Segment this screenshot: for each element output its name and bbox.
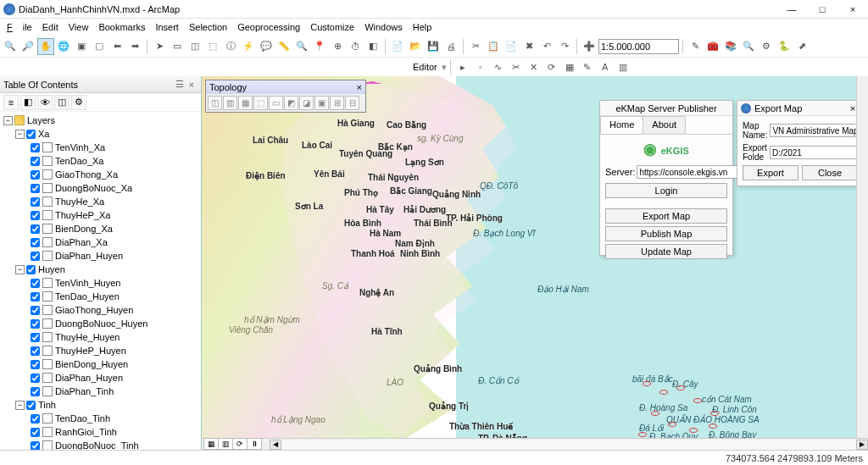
login-button[interactable]: Login	[605, 183, 727, 198]
topology-btn[interactable]: ◩	[284, 96, 298, 110]
menu-geoprocessing[interactable]: Geoprocessing	[232, 20, 305, 34]
topology-btn[interactable]: ⊟	[345, 96, 359, 110]
add-data-icon[interactable]: ➕	[581, 38, 598, 55]
scroll-left-icon[interactable]: ◀	[270, 440, 281, 450]
delete-icon[interactable]: ✖	[520, 38, 537, 55]
rotate-icon[interactable]: ⟳	[543, 58, 560, 75]
layer-checkbox[interactable]	[31, 333, 40, 342]
goto-xy-icon[interactable]: ⊕	[329, 38, 346, 55]
layer-checkbox[interactable]	[31, 238, 40, 247]
layers-root[interactable]: Layers	[27, 115, 55, 125]
redo-icon[interactable]: ↷	[556, 38, 573, 55]
menu-customize[interactable]: Customize	[305, 20, 359, 34]
expand-icon[interactable]: −	[15, 130, 25, 139]
layer-item[interactable]: BienDong_Huyen	[55, 359, 128, 369]
layer-checkbox[interactable]	[31, 211, 40, 220]
open-icon[interactable]: 📂	[407, 38, 424, 55]
layout-view-tab[interactable]: ▥	[218, 438, 233, 450]
layer-item[interactable]: GiaoThong_Huyen	[55, 305, 133, 315]
select-elements-icon[interactable]: ⬚	[204, 38, 221, 55]
layer-item[interactable]: GiaoThong_Xa	[55, 169, 118, 180]
layer-group[interactable]: Xa	[38, 129, 49, 139]
menu-insert[interactable]: Insert	[150, 20, 184, 34]
topology-btn[interactable]: ▥	[223, 96, 237, 110]
layer-item[interactable]: TenVinh_Huyen	[55, 278, 120, 288]
refresh-view-icon[interactable]: ⟳	[232, 438, 248, 450]
measure-icon[interactable]: 📏	[275, 38, 292, 55]
layer-checkbox[interactable]	[31, 224, 40, 234]
layer-checkbox[interactable]	[31, 252, 40, 261]
update-map-button[interactable]: Update Map	[605, 244, 727, 259]
pan-icon[interactable]: ✋	[37, 38, 54, 55]
menu-edit[interactable]: Edit	[37, 20, 64, 34]
layer-checkbox[interactable]	[31, 306, 40, 315]
maximize-button[interactable]: □	[810, 2, 834, 17]
layer-checkbox[interactable]	[31, 292, 40, 302]
layer-item[interactable]: ThuyHe_Xa	[55, 197, 104, 207]
layer-item[interactable]: DiaPhan_Xa	[55, 237, 108, 247]
save-icon[interactable]: 💾	[425, 38, 442, 55]
layer-checkbox[interactable]	[31, 184, 40, 193]
identify-icon[interactable]: ⓘ	[222, 38, 239, 55]
layer-checkbox[interactable]	[31, 346, 40, 356]
layer-checkbox[interactable]	[26, 265, 36, 274]
export-button[interactable]: Export	[743, 165, 798, 180]
list-by-source-icon[interactable]: ◧	[20, 95, 36, 110]
python-icon[interactable]: 🐍	[776, 38, 793, 55]
layer-checkbox[interactable]	[31, 197, 40, 207]
clear-selection-icon[interactable]: ◫	[186, 38, 203, 55]
layer-checkbox[interactable]	[31, 143, 40, 152]
layer-item[interactable]: DuongBoNuoc_Xa	[55, 183, 132, 193]
layer-checkbox[interactable]	[26, 130, 36, 139]
close-button[interactable]: ×	[841, 2, 865, 17]
close-export-button[interactable]: Close	[802, 165, 858, 180]
list-by-selection-icon[interactable]: ◫	[54, 95, 70, 110]
layer-checkbox[interactable]	[31, 387, 40, 396]
layer-checkbox[interactable]	[31, 441, 40, 451]
ekmap-tab-home[interactable]: Home	[600, 116, 643, 134]
menu-selection[interactable]: Selection	[184, 20, 232, 34]
layer-checkbox[interactable]	[31, 414, 40, 423]
viewer-window-icon[interactable]: ◧	[364, 38, 381, 55]
server-input[interactable]	[637, 165, 749, 179]
cut-icon[interactable]: ✂	[467, 38, 484, 55]
model-builder-icon[interactable]: ⬈	[793, 38, 810, 55]
publish-map-button[interactable]: Publish Map	[605, 226, 727, 241]
scroll-track[interactable]	[281, 440, 856, 450]
copy-icon[interactable]: 📋	[485, 38, 502, 55]
menu-file[interactable]: File	[2, 20, 37, 34]
attributes-icon[interactable]: ▦	[561, 58, 578, 75]
horizontal-scrollbar[interactable]: ▦ ▥ ⟳ ⏸ ◀ ▶	[202, 438, 868, 450]
menu-help[interactable]: Help	[408, 20, 437, 34]
time-slider-icon[interactable]: ⏱	[347, 38, 364, 55]
cut-polygons-icon[interactable]: ✂	[508, 58, 525, 75]
layer-item[interactable]: TenDao_Xa	[55, 156, 104, 166]
layer-item[interactable]: ThuyHeP_Xa	[55, 210, 110, 220]
layer-item[interactable]: RanhGioi_Tinh	[55, 427, 117, 437]
html-popup-icon[interactable]: 💬	[258, 38, 275, 55]
layer-checkbox[interactable]	[31, 319, 40, 329]
options-icon[interactable]: ⚙	[71, 95, 86, 110]
fixed-zoom-in-icon[interactable]: ▣	[73, 38, 90, 55]
print-icon[interactable]: 🖨	[442, 38, 459, 55]
select-features-icon[interactable]: ▭	[169, 38, 186, 55]
topology-btn[interactable]: ▭	[269, 96, 283, 110]
expand-icon[interactable]: −	[15, 265, 25, 274]
map-name-input[interactable]	[770, 124, 868, 137]
catalog-icon[interactable]: 📚	[722, 38, 739, 55]
scale-input[interactable]	[598, 39, 679, 54]
fwd-extent-icon[interactable]: ➡	[126, 38, 143, 55]
layer-item[interactable]: DuongBoNuoc_Huyen	[55, 318, 147, 329]
toc-close-icon[interactable]: ×	[186, 80, 198, 90]
search-icon[interactable]: 🔍	[740, 38, 757, 55]
topology-btn[interactable]: ▣	[314, 96, 329, 110]
topology-btn[interactable]: ◪	[299, 96, 314, 110]
layer-item[interactable]: TenDao_Huyen	[55, 291, 120, 302]
layer-item[interactable]: DuongBoNuoc_Tinh	[55, 440, 139, 450]
topology-btn[interactable]: ⊞	[330, 96, 344, 110]
layer-item[interactable]: DiaPhan_Huyen	[55, 373, 123, 383]
toolbox-icon[interactable]: 🧰	[704, 38, 721, 55]
topology-btn[interactable]: ◫	[208, 96, 222, 110]
toc-tree[interactable]: −Layers−XaTenVinh_XaTenDao_XaGiaoThong_X…	[0, 112, 201, 450]
export-map-button[interactable]: Export Map	[605, 208, 727, 224]
